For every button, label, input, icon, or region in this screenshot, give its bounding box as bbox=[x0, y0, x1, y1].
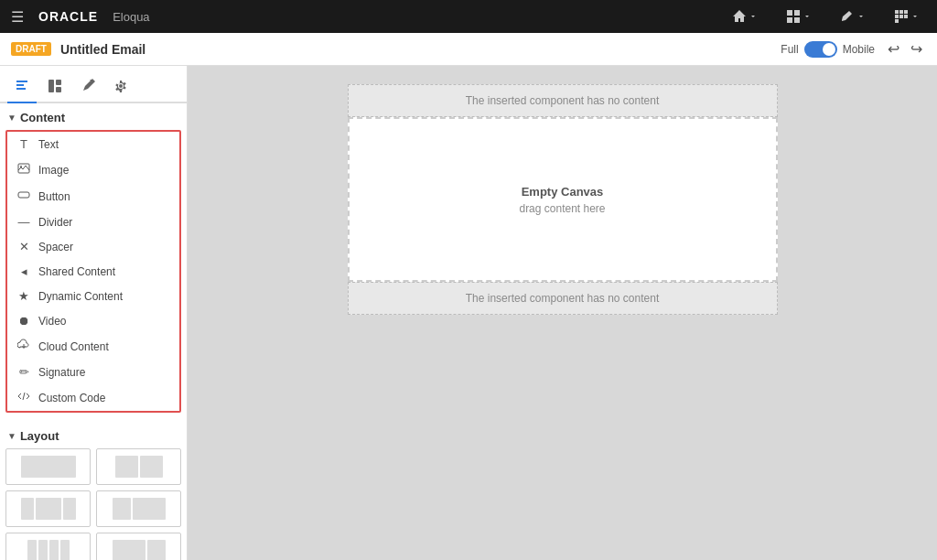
mobile-label: Mobile bbox=[843, 43, 875, 56]
svg-rect-11 bbox=[48, 80, 54, 92]
button-label: Button bbox=[38, 190, 70, 203]
layout-grid bbox=[5, 448, 181, 560]
layout-arrow-icon: ▼ bbox=[7, 431, 16, 441]
spacer-label: Spacer bbox=[38, 241, 73, 253]
layout-section-header: ▼ Layout bbox=[0, 422, 187, 448]
top-navigation: ☰ ORACLE Eloqua bbox=[0, 0, 937, 33]
svg-rect-5 bbox=[899, 10, 903, 14]
content-item-spacer[interactable]: ✕ Spacer bbox=[7, 234, 179, 259]
shared-label: Shared Content bbox=[38, 265, 115, 278]
signature-label: Signature bbox=[38, 366, 85, 379]
content-item-divider[interactable]: — Divider bbox=[7, 210, 179, 234]
spacer-icon: ✕ bbox=[16, 240, 31, 253]
panel-tabs bbox=[0, 66, 187, 103]
main-layout: ▼ Content T Text Image bbox=[0, 66, 937, 560]
content-item-shared[interactable]: ◂ Shared Content bbox=[7, 259, 179, 284]
custom-code-icon bbox=[16, 390, 31, 405]
view-toggle: Full Mobile bbox=[781, 41, 875, 58]
tab-content[interactable] bbox=[7, 73, 37, 103]
top-placeholder-text: The inserted component has no content bbox=[466, 94, 659, 107]
cloud-label: Cloud Content bbox=[38, 340, 109, 353]
content-items-list: T Text Image Button — Divi bbox=[5, 130, 181, 413]
image-icon bbox=[16, 162, 31, 178]
tab-settings[interactable] bbox=[106, 73, 135, 103]
svg-rect-10 bbox=[895, 19, 899, 23]
undo-button[interactable]: ↩ bbox=[884, 38, 903, 59]
redo-button[interactable]: ↪ bbox=[907, 38, 926, 59]
layout-sidebar-left[interactable] bbox=[96, 533, 181, 560]
view-toggle-switch[interactable] bbox=[804, 41, 837, 58]
svg-point-15 bbox=[20, 166, 22, 167]
content-item-text[interactable]: T Text bbox=[7, 132, 179, 156]
content-item-signature[interactable]: ✏ Signature bbox=[7, 360, 179, 384]
sub-header: DRAFT Untitled Email Full Mobile ↩ ↪ bbox=[0, 33, 937, 66]
svg-rect-13 bbox=[56, 87, 61, 92]
svg-rect-4 bbox=[895, 10, 899, 14]
text-icon: T bbox=[16, 137, 31, 151]
svg-rect-8 bbox=[899, 15, 903, 18]
video-icon: ⏺ bbox=[16, 314, 31, 328]
layout-two-col-wide[interactable] bbox=[96, 490, 181, 527]
divider-label: Divider bbox=[38, 216, 72, 229]
empty-canvas-label: Empty Canvas bbox=[522, 185, 604, 199]
dynamic-icon: ★ bbox=[16, 289, 31, 303]
content-item-custom-code[interactable]: Custom Code bbox=[7, 384, 179, 411]
layout-section bbox=[0, 448, 187, 560]
content-item-button[interactable]: Button bbox=[7, 183, 179, 210]
content-item-image[interactable]: Image bbox=[7, 156, 179, 183]
bottom-placeholder-text: The inserted component has no content bbox=[466, 292, 659, 305]
layout-section-label: Layout bbox=[20, 429, 59, 443]
button-icon bbox=[16, 188, 31, 204]
signature-icon: ✏ bbox=[16, 365, 31, 379]
apps-button[interactable] bbox=[887, 5, 926, 27]
top-component-placeholder: The inserted component has no content bbox=[348, 84, 778, 117]
toggle-knob bbox=[823, 43, 835, 56]
panel-scroll: ▼ Content T Text Image bbox=[0, 103, 187, 560]
home-button[interactable] bbox=[725, 5, 764, 27]
svg-rect-0 bbox=[787, 10, 792, 16]
canvas-area: The inserted component has no content Em… bbox=[188, 66, 937, 560]
text-label: Text bbox=[38, 138, 59, 151]
canvas-sublabel: drag content here bbox=[519, 202, 605, 215]
content-item-dynamic[interactable]: ★ Dynamic Content bbox=[7, 284, 179, 308]
layout-two-col[interactable] bbox=[96, 448, 181, 485]
tab-layout[interactable] bbox=[40, 73, 70, 103]
dynamic-label: Dynamic Content bbox=[38, 290, 123, 303]
layout-three-col[interactable] bbox=[5, 490, 91, 527]
layout-single-col[interactable] bbox=[5, 448, 91, 485]
svg-rect-2 bbox=[787, 17, 792, 23]
svg-rect-1 bbox=[794, 10, 800, 16]
content-section-header: ▼ Content bbox=[0, 103, 187, 130]
layout-four-col[interactable] bbox=[5, 533, 91, 560]
cloud-icon bbox=[16, 339, 31, 354]
divider-icon: — bbox=[16, 215, 31, 229]
content-item-video[interactable]: ⏺ Video bbox=[7, 308, 179, 333]
undo-redo-controls: ↩ ↪ bbox=[884, 38, 926, 59]
svg-rect-12 bbox=[56, 80, 61, 85]
content-arrow-icon: ▼ bbox=[7, 113, 16, 123]
content-item-cloud[interactable]: Cloud Content bbox=[7, 333, 179, 360]
shared-icon: ◂ bbox=[16, 264, 31, 278]
hamburger-icon[interactable]: ☰ bbox=[11, 8, 24, 26]
svg-rect-16 bbox=[18, 192, 29, 198]
svg-rect-7 bbox=[895, 15, 899, 18]
content-section-label: Content bbox=[20, 111, 65, 124]
svg-rect-6 bbox=[904, 10, 908, 14]
canvas-main[interactable]: Empty Canvas drag content here bbox=[348, 117, 778, 282]
tab-design[interactable] bbox=[73, 73, 102, 103]
svg-rect-9 bbox=[904, 15, 908, 18]
eloqua-label: Eloqua bbox=[113, 10, 149, 24]
draft-badge: DRAFT bbox=[11, 42, 51, 56]
bottom-component-placeholder: The inserted component has no content bbox=[348, 282, 778, 315]
oracle-logo: ORACLE bbox=[38, 9, 98, 24]
edit-button[interactable] bbox=[833, 5, 872, 27]
custom-code-label: Custom Code bbox=[38, 392, 105, 404]
email-title: Untitled Email bbox=[60, 42, 145, 57]
svg-rect-3 bbox=[794, 17, 800, 23]
left-panel: ▼ Content T Text Image bbox=[0, 66, 188, 560]
image-label: Image bbox=[38, 164, 69, 177]
grid-button[interactable] bbox=[779, 5, 818, 27]
video-label: Video bbox=[38, 315, 66, 328]
full-label: Full bbox=[781, 43, 798, 56]
